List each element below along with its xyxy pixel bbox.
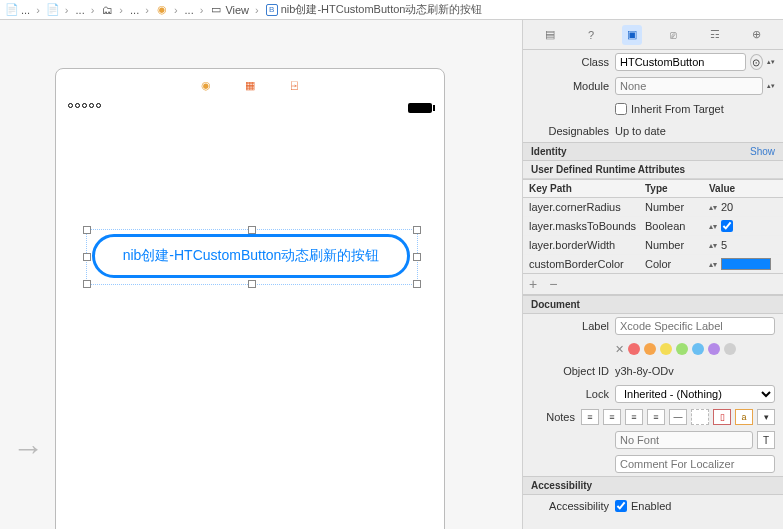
class-stepper[interactable]: ▴▾: [767, 59, 775, 65]
cell-key[interactable]: layer.cornerRadius: [523, 198, 639, 216]
color-swatch[interactable]: [721, 258, 771, 270]
lock-select[interactable]: Inherited - (Nothing): [615, 385, 775, 403]
crumb-label: ...: [185, 4, 194, 16]
color-dot[interactable]: [724, 343, 736, 355]
runtime-table[interactable]: layer.cornerRadius Number ▴▾20 layer.mas…: [523, 198, 783, 274]
tab-help[interactable]: ?: [581, 25, 601, 45]
crumb-6[interactable]: ...: [183, 4, 209, 16]
class-jump-icon[interactable]: ⊙: [750, 54, 763, 70]
xib-icon: 🗂: [101, 4, 113, 16]
color-dot[interactable]: [676, 343, 688, 355]
color-dot[interactable]: [628, 343, 640, 355]
crumb-1[interactable]: 📄: [45, 4, 74, 16]
align-right-button[interactable]: ≡: [625, 409, 643, 425]
inspector-tabs: ▤ ? ▣ ⎚ ☶ ⊕: [523, 20, 783, 50]
accessibility-enabled-label: Enabled: [631, 500, 671, 512]
cell-key[interactable]: layer.masksToBounds: [523, 217, 639, 235]
cell-type[interactable]: Number: [639, 198, 703, 216]
lock-label: Lock: [531, 388, 609, 400]
align-left-button[interactable]: ≡: [581, 409, 599, 425]
crumb-button[interactable]: Bnib创建-HTCustomButton动态刷新的按钮: [264, 2, 485, 17]
tab-size[interactable]: ☶: [705, 25, 725, 45]
color-dot[interactable]: [660, 343, 672, 355]
color-dot[interactable]: [644, 343, 656, 355]
value-stepper[interactable]: ▴▾: [709, 204, 717, 211]
accessibility-checkbox[interactable]: [615, 500, 627, 512]
text-color-button[interactable]: ▯: [713, 409, 731, 425]
more-button[interactable]: ▾: [757, 409, 775, 425]
tab-identity[interactable]: ▣: [622, 25, 642, 45]
crumb-2[interactable]: ...: [74, 4, 100, 16]
highlight-button[interactable]: a: [735, 409, 753, 425]
col-type: Type: [639, 180, 703, 197]
crumb-0[interactable]: 📄...: [4, 4, 45, 16]
align-justify-button[interactable]: ≡: [647, 409, 665, 425]
font-picker-button[interactable]: T: [757, 431, 775, 449]
custom-button[interactable]: nib创建-HTCustomButton动态刷新的按钮: [92, 234, 410, 278]
breadcrumb: 📄... 📄 ... 🗂 ... ◉ ... ▭View Bnib创建-HTCu…: [0, 0, 783, 20]
designables-value: Up to date: [615, 125, 666, 137]
document-header: Document: [523, 295, 783, 314]
dashed-button[interactable]: [691, 409, 709, 425]
font-field[interactable]: [615, 431, 753, 449]
resize-handle[interactable]: [413, 226, 421, 234]
module-label: Module: [531, 80, 609, 92]
crumb-3[interactable]: 🗂: [99, 4, 128, 16]
class-field[interactable]: [615, 53, 746, 71]
table-row[interactable]: customBorderColor Color ▴▾: [523, 254, 783, 273]
localizer-field[interactable]: [615, 455, 775, 473]
tab-file[interactable]: ▤: [540, 25, 560, 45]
tab-connections[interactable]: ⊕: [746, 25, 766, 45]
cell-type[interactable]: Color: [639, 255, 703, 273]
identity-header: Identity Show: [523, 142, 783, 161]
tab-attrs[interactable]: ⎚: [664, 25, 684, 45]
table-row[interactable]: layer.cornerRadius Number ▴▾20: [523, 198, 783, 216]
exit-icon[interactable]: ⍈: [286, 77, 302, 93]
cell-value[interactable]: 5: [721, 239, 727, 251]
crumb-label: ...: [21, 4, 30, 16]
resize-handle[interactable]: [413, 253, 421, 261]
runtime-table-head: Key Path Type Value: [523, 179, 783, 198]
resize-handle[interactable]: [248, 280, 256, 288]
cell-value[interactable]: 20: [721, 201, 733, 213]
table-row[interactable]: layer.borderWidth Number ▴▾5: [523, 235, 783, 254]
value-stepper[interactable]: ▴▾: [709, 261, 717, 268]
crumb-4[interactable]: ...: [128, 4, 154, 16]
module-field[interactable]: [615, 77, 763, 95]
runtime-add-remove: + −: [523, 274, 783, 295]
first-responder-icon[interactable]: ▦: [242, 77, 258, 93]
resize-handle[interactable]: [83, 226, 91, 234]
crumb-5[interactable]: ◉: [154, 4, 183, 16]
resize-handle[interactable]: [83, 280, 91, 288]
table-row[interactable]: layer.masksToBounds Boolean ▴▾: [523, 216, 783, 235]
label-label: Label: [531, 320, 609, 332]
align-center-button[interactable]: ≡: [603, 409, 621, 425]
resize-handle[interactable]: [248, 226, 256, 234]
add-button[interactable]: +: [529, 276, 537, 292]
cell-type[interactable]: Boolean: [639, 217, 703, 235]
canvas[interactable]: → ◉ ▦ ⍈ nib创建-HTCustomButton动态刷新的按钮: [0, 20, 522, 529]
resize-handle[interactable]: [83, 253, 91, 261]
cell-key[interactable]: customBorderColor: [523, 255, 639, 273]
cell-key[interactable]: layer.borderWidth: [523, 236, 639, 254]
status-bar: [68, 103, 432, 119]
files-owner-icon[interactable]: ◉: [198, 77, 214, 93]
clear-color-button[interactable]: ✕: [615, 343, 624, 356]
resize-handle[interactable]: [413, 280, 421, 288]
value-stepper[interactable]: ▴▾: [709, 223, 717, 230]
value-checkbox[interactable]: [721, 220, 733, 232]
crumb-view[interactable]: ▭View: [208, 4, 263, 16]
class-label: Class: [531, 56, 609, 68]
accessibility-label: Accessibility: [531, 500, 609, 512]
identity-show-link[interactable]: Show: [750, 146, 775, 157]
remove-button[interactable]: −: [549, 276, 557, 292]
color-dot[interactable]: [708, 343, 720, 355]
color-dot[interactable]: [692, 343, 704, 355]
hr-button[interactable]: —: [669, 409, 687, 425]
label-field[interactable]: [615, 317, 775, 335]
view-icon: ▭: [210, 4, 222, 16]
value-stepper[interactable]: ▴▾: [709, 242, 717, 249]
inherit-checkbox[interactable]: [615, 103, 627, 115]
cell-type[interactable]: Number: [639, 236, 703, 254]
module-stepper[interactable]: ▴▾: [767, 83, 775, 89]
